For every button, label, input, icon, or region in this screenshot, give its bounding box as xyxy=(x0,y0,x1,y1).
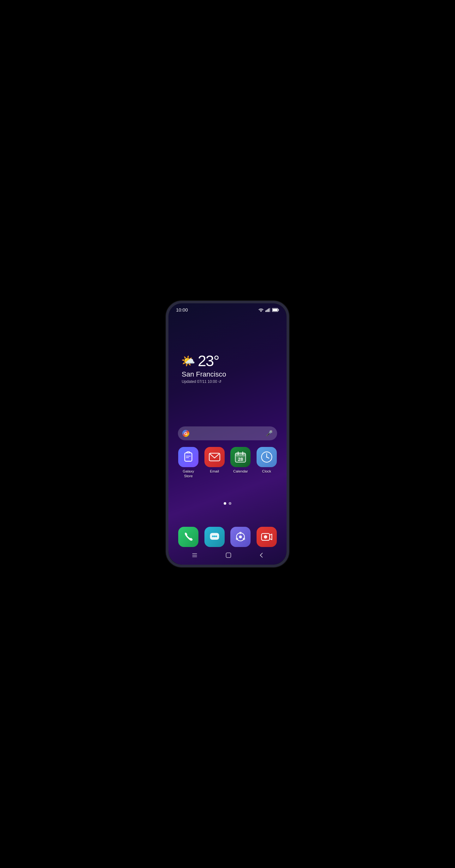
svg-rect-3 xyxy=(268,308,269,312)
app-item-clock[interactable]: Clock xyxy=(256,447,278,478)
svg-point-29 xyxy=(236,538,238,540)
back-icon xyxy=(259,552,263,558)
refresh-icon: ↺ xyxy=(218,379,222,384)
app-item-galaxy-store[interactable]: GalaxyStore xyxy=(177,447,200,478)
phone-svg xyxy=(182,531,194,542)
svg-text:28: 28 xyxy=(238,457,243,462)
dock-item-social[interactable] xyxy=(229,527,252,547)
phone-screen: 10:00 xyxy=(168,303,287,565)
svg-rect-0 xyxy=(265,310,266,312)
svg-rect-36 xyxy=(226,553,231,558)
social-svg xyxy=(234,531,247,543)
home-button[interactable] xyxy=(225,552,232,558)
svg-point-23 xyxy=(214,536,215,537)
weather-icon: 🌤️ xyxy=(181,354,195,368)
weather-temperature: 23° xyxy=(198,352,219,370)
page-dot-1[interactable] xyxy=(224,502,226,505)
email-label: Email xyxy=(210,469,219,474)
dock xyxy=(175,527,280,547)
recents-button[interactable] xyxy=(192,552,198,558)
email-icon xyxy=(204,447,225,467)
weather-widget[interactable]: 🌤️ 23° San Francisco Updated 07/11 10:00… xyxy=(181,352,226,384)
svg-rect-1 xyxy=(266,310,267,312)
google-g-letter: G xyxy=(184,431,188,436)
status-bar: 10:00 xyxy=(168,303,287,314)
microphone-icon[interactable]: 🎤 xyxy=(266,430,273,437)
svg-rect-7 xyxy=(273,309,278,311)
galaxy-store-icon xyxy=(178,447,198,467)
svg-rect-4 xyxy=(270,308,271,312)
dock-item-messages[interactable] xyxy=(203,527,226,547)
svg-line-20 xyxy=(267,457,269,458)
phone-call-icon xyxy=(178,527,198,547)
clock-label: Clock xyxy=(262,469,271,474)
page-dots xyxy=(168,502,287,505)
svg-rect-6 xyxy=(278,309,279,311)
svg-point-27 xyxy=(239,532,242,534)
home-icon xyxy=(225,552,232,558)
status-icons xyxy=(258,308,279,312)
galaxy-store-label: GalaxyStore xyxy=(182,469,194,478)
messages-icon xyxy=(204,527,225,547)
battery-icon xyxy=(272,308,279,312)
social-icon xyxy=(230,527,251,547)
calendar-label: Calendar xyxy=(233,469,248,474)
app-item-calendar[interactable]: 28 Calendar xyxy=(229,447,252,478)
google-logo: G xyxy=(182,430,189,437)
app-item-email[interactable]: Email xyxy=(203,447,226,478)
recents-icon xyxy=(192,552,198,558)
svg-rect-10 xyxy=(186,457,189,458)
phone-device: 10:00 xyxy=(166,301,289,567)
galaxy-store-svg xyxy=(182,451,194,463)
calendar-svg: 28 xyxy=(234,451,247,463)
weather-city: San Francisco xyxy=(182,370,226,378)
calendar-icon: 28 xyxy=(230,447,251,467)
weather-top: 🌤️ 23° xyxy=(181,352,226,370)
clock-svg xyxy=(260,451,273,463)
app-grid: GalaxyStore Email 28 xyxy=(175,447,280,478)
wifi-icon xyxy=(258,308,264,312)
dock-item-record[interactable] xyxy=(256,527,278,547)
svg-point-28 xyxy=(243,538,245,540)
dock-item-phone[interactable] xyxy=(177,527,200,547)
svg-rect-8 xyxy=(185,453,192,461)
svg-marker-31 xyxy=(269,534,272,540)
clock-icon xyxy=(257,447,277,467)
weather-updated: Updated 07/11 10:00 ↺ xyxy=(182,379,226,384)
search-bar[interactable]: G 🎤 xyxy=(178,427,277,440)
record-svg xyxy=(260,531,273,543)
svg-rect-2 xyxy=(267,309,268,312)
status-time: 10:00 xyxy=(176,307,188,312)
svg-rect-9 xyxy=(186,456,191,457)
svg-point-26 xyxy=(239,535,242,538)
svg-point-24 xyxy=(215,536,217,537)
page-dot-2[interactable] xyxy=(229,502,231,505)
signal-icon xyxy=(265,308,271,312)
svg-point-22 xyxy=(212,536,214,537)
back-button[interactable] xyxy=(259,552,263,558)
nav-bar xyxy=(168,549,287,561)
svg-rect-13 xyxy=(235,453,246,457)
record-icon xyxy=(257,527,277,547)
messages-svg xyxy=(209,531,220,542)
svg-point-32 xyxy=(264,535,267,539)
email-svg xyxy=(208,453,221,461)
